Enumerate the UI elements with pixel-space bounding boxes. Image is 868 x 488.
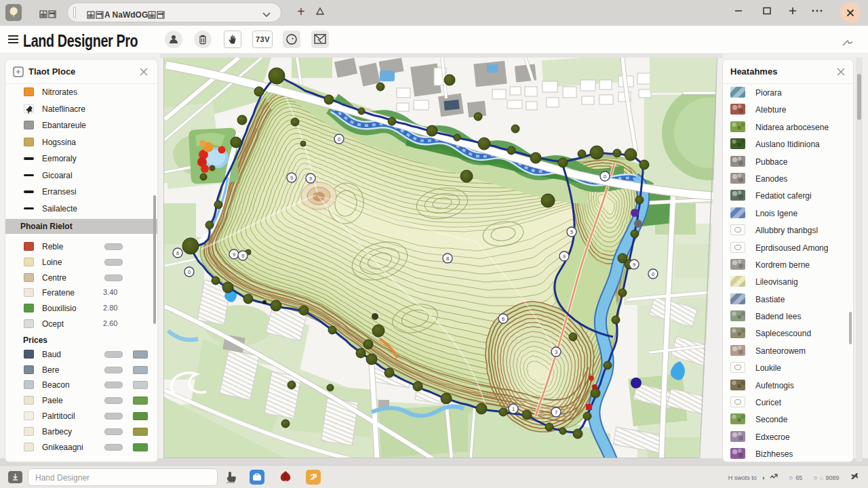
svg-text:7: 7: [555, 409, 557, 415]
svg-text:5: 5: [570, 229, 573, 235]
svg-text:9: 9: [563, 253, 566, 260]
svg-text:9: 9: [241, 253, 244, 259]
svg-text:9: 9: [309, 176, 312, 182]
svg-text:6: 6: [502, 316, 505, 322]
svg-text:3: 3: [555, 349, 557, 355]
svg-text:1: 1: [512, 406, 515, 412]
svg-text:6: 6: [176, 250, 179, 256]
svg-text:9: 9: [633, 262, 635, 268]
svg-text:9: 9: [290, 175, 293, 181]
svg-text:0: 0: [188, 269, 191, 275]
svg-text:8: 8: [446, 256, 449, 262]
svg-text:0: 0: [652, 271, 654, 277]
svg-text:9: 9: [233, 251, 235, 258]
svg-text:0: 0: [604, 174, 606, 180]
svg-text:0: 0: [338, 136, 340, 142]
